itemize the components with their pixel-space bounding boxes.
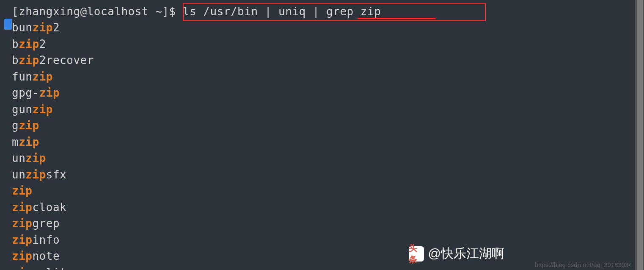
output-line: zipcloak bbox=[12, 199, 644, 215]
output-suffix: 2 bbox=[39, 38, 46, 50]
output-suffix: sfx bbox=[46, 168, 66, 181]
grep-match: zip bbox=[12, 184, 32, 197]
grep-match: zip bbox=[39, 86, 60, 99]
output-suffix: 2recover bbox=[39, 54, 94, 67]
grep-match: zip bbox=[19, 54, 39, 67]
selection-handle[interactable] bbox=[4, 19, 12, 30]
output-suffix: info bbox=[32, 234, 60, 246]
output-line: unzip bbox=[12, 150, 644, 166]
toutiao-icon: 头条 bbox=[409, 246, 424, 262]
terminal-content[interactable]: [zhangxing@localhost ~]$ ls /usr/bin | u… bbox=[0, 0, 644, 270]
output-line: zipinfo bbox=[12, 232, 644, 248]
output-prefix: bun bbox=[12, 21, 32, 34]
command-text: ls /usr/bin | uniq | grep zip bbox=[183, 5, 381, 18]
grep-match: zip bbox=[32, 70, 52, 83]
watermark-url: https://blog.csdn.net/qq_39183034 bbox=[535, 261, 632, 268]
output-line: bzip2recover bbox=[12, 52, 644, 68]
output-prefix: b bbox=[12, 38, 19, 50]
grep-match: zip bbox=[12, 234, 32, 246]
grep-match: zip bbox=[19, 136, 39, 148]
prompt-prefix: [zhangxing@localhost ~]$ bbox=[12, 5, 183, 18]
output-line: zipgrep bbox=[12, 215, 644, 231]
grep-match: zip bbox=[19, 38, 39, 50]
output-line: mzip bbox=[12, 134, 644, 150]
grep-match: zip bbox=[12, 266, 32, 270]
watermark-logo: 头条 @快乐江湖啊 bbox=[409, 245, 504, 262]
grep-match: zip bbox=[19, 119, 39, 132]
grep-match: zip bbox=[25, 152, 46, 164]
output-prefix: un bbox=[12, 152, 25, 164]
output-prefix: g bbox=[12, 119, 19, 132]
output-line: gunzip bbox=[12, 101, 644, 117]
output-prefix: m bbox=[12, 136, 19, 148]
grep-match: zip bbox=[32, 103, 52, 116]
grep-match: zip bbox=[12, 201, 32, 214]
output-suffix: cloak bbox=[32, 201, 66, 214]
output-prefix: un bbox=[12, 168, 25, 181]
output-line: bunzip2 bbox=[12, 19, 644, 36]
window-edge bbox=[636, 0, 644, 270]
output-suffix: grep bbox=[32, 217, 60, 230]
grep-match: zip bbox=[32, 21, 52, 34]
output-suffix: 2 bbox=[53, 21, 60, 34]
watermark-text: @快乐江湖啊 bbox=[428, 245, 504, 262]
output-line: bzip2 bbox=[12, 36, 644, 52]
output-line: unzipsfx bbox=[12, 167, 644, 183]
output-line: zip bbox=[12, 183, 644, 199]
output-line: funzip bbox=[12, 69, 644, 85]
grep-match: zip bbox=[25, 168, 46, 181]
output-prefix: fun bbox=[12, 70, 32, 83]
output-suffix: split bbox=[32, 266, 66, 270]
output-prefix: b bbox=[12, 54, 19, 67]
grep-match: zip bbox=[12, 217, 32, 230]
output-line: gzip bbox=[12, 117, 644, 134]
output-suffix: note bbox=[32, 250, 60, 262]
grep-match: zip bbox=[12, 250, 32, 262]
output-prefix: gun bbox=[12, 103, 32, 116]
terminal-window: [zhangxing@localhost ~]$ ls /usr/bin | u… bbox=[0, 0, 644, 270]
prompt-line: [zhangxing@localhost ~]$ ls /usr/bin | u… bbox=[12, 3, 644, 19]
output-line: gpg-zip bbox=[12, 85, 644, 101]
output-prefix: gpg- bbox=[12, 86, 39, 99]
